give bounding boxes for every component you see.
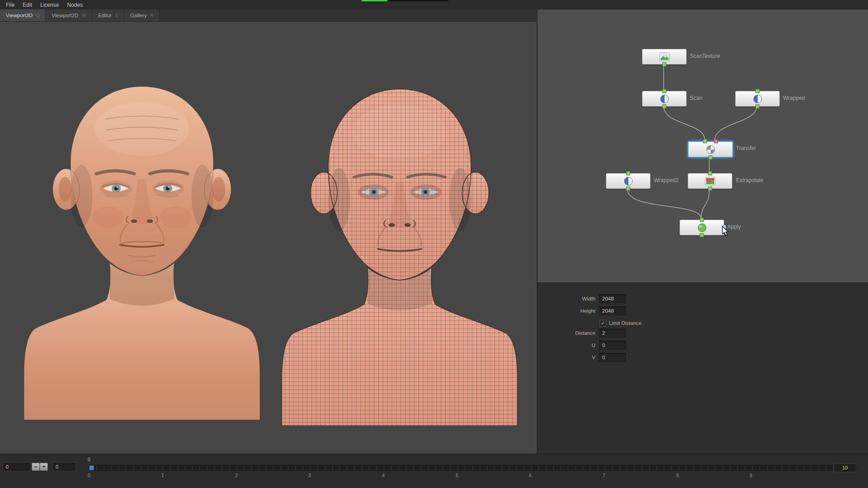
node-scantexture[interactable] <box>642 49 687 65</box>
limit-distance-row: ✓ Limit Distance <box>538 319 868 328</box>
input-connector[interactable] <box>755 89 760 93</box>
tab-gallery[interactable]: Gallery R <box>124 9 160 21</box>
output-connector[interactable] <box>662 62 666 66</box>
transfer-icon <box>706 145 716 155</box>
node-label: Transfer <box>736 145 756 151</box>
output-connector[interactable] <box>626 187 630 191</box>
output-connector[interactable] <box>755 104 760 108</box>
distance-label: Distance <box>538 330 599 336</box>
input-connector[interactable] <box>662 89 666 93</box>
progress-bar-track <box>362 0 448 1</box>
v-label: V <box>538 355 599 360</box>
checkmark-icon: ✓ <box>601 320 605 326</box>
node-transfer[interactable] <box>688 141 733 158</box>
node-apply[interactable] <box>679 220 724 235</box>
ruler-tick: 9 <box>750 473 752 478</box>
ruler-tick: 4 <box>382 473 385 478</box>
input-connector[interactable] <box>626 171 630 175</box>
v-row: V 0 <box>538 353 868 362</box>
node-label: Wrapped <box>783 95 805 101</box>
input-connector[interactable] <box>708 171 712 175</box>
viewport-tab-bar: Viewport3D Q Viewport2D W Editor E Galle… <box>0 9 537 22</box>
progress-bar-fill <box>362 0 387 1</box>
menu-edit[interactable]: Edit <box>19 1 36 9</box>
apply-geometry-icon <box>697 223 707 233</box>
input-connector-unlinked[interactable] <box>714 139 718 143</box>
v-input[interactable]: 0 <box>599 353 626 362</box>
timeline-bar: 0 − + 0 0 0 1 2 3 4 5 6 7 8 9 10 <box>0 454 868 488</box>
menu-file[interactable]: File <box>2 1 19 9</box>
geometry-icon <box>753 94 763 104</box>
width-input[interactable]: 2048 <box>599 294 626 303</box>
node-scan[interactable] <box>642 91 687 107</box>
wire <box>664 106 705 140</box>
frame-increment-button[interactable]: + <box>40 463 48 471</box>
current-frame-label: 0 <box>88 457 90 462</box>
node-label: Wrapped2 <box>654 177 679 183</box>
ruler-tick: 1 <box>161 473 164 478</box>
tab-shortcut-hint: W <box>82 13 86 18</box>
extrapolate-image-icon <box>705 177 716 186</box>
wireframe-head-model <box>276 64 524 426</box>
node-label: ScanTexture <box>690 53 720 59</box>
viewport-3d[interactable] <box>0 21 537 454</box>
width-row: Width 2048 <box>538 294 868 303</box>
height-input[interactable]: 2048 <box>599 306 626 315</box>
frame-start-input[interactable]: 0 <box>3 462 31 471</box>
tab-editor[interactable]: Editor E <box>92 9 124 21</box>
limit-distance-label: Limit Distance <box>609 320 642 326</box>
tab-shortcut-hint: R <box>151 13 154 18</box>
textured-head-model <box>18 62 266 420</box>
wire <box>715 106 757 140</box>
image-icon <box>659 52 670 61</box>
node-wrapped[interactable] <box>735 91 780 107</box>
node-wrapped2[interactable] <box>606 173 651 189</box>
input-connector[interactable] <box>700 218 704 222</box>
frame-end-input[interactable]: 10 <box>834 464 856 472</box>
output-connector[interactable] <box>700 233 704 237</box>
menu-nodes[interactable]: Nodes <box>63 1 87 9</box>
tab-shortcut-hint: Q <box>36 13 39 18</box>
u-label: U <box>538 343 599 348</box>
u-input[interactable]: 0 <box>599 341 626 350</box>
limit-distance-checkbox[interactable]: ✓ <box>599 320 606 327</box>
application-window: File Edit License Nodes Viewport3D Q Vie… <box>0 0 868 488</box>
ruler-tick: 0 <box>88 473 90 478</box>
timeline-track[interactable] <box>89 465 857 471</box>
menu-license[interactable]: License <box>36 1 63 9</box>
ruler-tick: 6 <box>529 473 532 478</box>
geometry-icon <box>660 94 670 104</box>
node-label: Extrapolate <box>736 177 764 183</box>
node-extrapolate[interactable] <box>688 173 732 189</box>
menu-bar: File Edit License Nodes <box>0 0 868 9</box>
ruler-tick: 3 <box>308 473 311 478</box>
tab-label: Gallery <box>130 13 146 18</box>
width-label: Width <box>538 296 599 301</box>
tab-viewport3d[interactable]: Viewport3D Q <box>0 9 46 21</box>
tab-viewport2d[interactable]: Viewport2D W <box>46 9 92 21</box>
ruler-tick: 8 <box>676 473 679 478</box>
mouse-cursor <box>722 226 730 237</box>
ruler-tick: 7 <box>603 473 605 478</box>
frame-decrement-button[interactable]: − <box>32 463 40 471</box>
tab-label: Viewport3D <box>6 13 33 18</box>
height-row: Height 2048 <box>538 306 868 315</box>
ruler-tick: 2 <box>235 473 238 478</box>
node-label: Scan <box>690 95 702 101</box>
wireframe-grid <box>282 89 518 426</box>
output-connector[interactable] <box>708 155 712 160</box>
height-label: Height <box>538 308 599 314</box>
tab-shortcut-hint: E <box>115 13 118 18</box>
timeline-playhead[interactable] <box>89 465 94 470</box>
node-properties-panel: Width 2048 Height 2048 ✓ Limit Distance … <box>537 282 868 454</box>
output-connector[interactable] <box>708 187 712 191</box>
output-connector[interactable] <box>662 104 666 108</box>
distance-input[interactable]: 2 <box>599 328 626 338</box>
u-row: U 0 <box>538 341 868 350</box>
geometry-icon <box>623 176 633 186</box>
input-connector[interactable] <box>703 139 707 143</box>
tab-label: Viewport2D <box>52 13 78 18</box>
frame-value-input[interactable]: 0 <box>52 462 76 471</box>
node-graph-panel[interactable]: ScanTexture Scan Wrapped <box>537 9 868 282</box>
tab-label: Editor <box>98 13 112 18</box>
